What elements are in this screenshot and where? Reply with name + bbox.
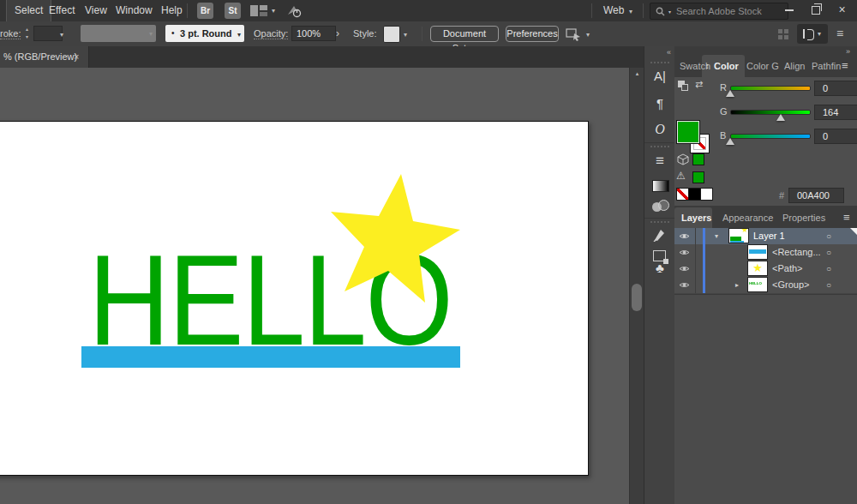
layer-name[interactable]: Layer 1 [753,228,785,244]
target-circle-icon[interactable]: ○ [826,261,831,277]
expand-chevron-icon[interactable]: ▸ [735,277,739,293]
controlbar-menu-icon[interactable]: ≡ [836,27,843,40]
transparency-panel-icon-2[interactable] [658,200,669,211]
layer-row-path[interactable]: ★ <Path> ○ [674,261,857,278]
hex-value-field[interactable]: 00A400 [788,188,844,203]
stock-search[interactable]: ▾ [650,3,788,20]
stroke-weight-stepper[interactable]: ▴▾ [23,27,31,40]
expand-dock-icon[interactable]: » [846,47,850,56]
tab-align[interactable]: Align [784,55,805,77]
stroke-label[interactable]: roke: [0,29,21,39]
gradient-panel-icon[interactable] [652,180,669,192]
vertical-scrollbar[interactable]: ▴ [629,68,644,504]
opacity-label[interactable]: Opacity: [254,29,288,39]
layer-thumbnail[interactable]: ★ [729,229,748,243]
object-thumbnail[interactable]: ★ [748,261,767,275]
restore-button[interactable] [802,0,829,20]
variable-width-profile-dropdown[interactable]: ▾ [81,25,156,42]
arrange-documents-icon[interactable] [250,5,267,16]
visibility-eye-icon[interactable] [679,265,690,273]
panel-dock-button[interactable]: ▾ [797,24,828,44]
tab-properties[interactable]: Properties [782,207,825,228]
stroke-weight-field[interactable] [33,26,63,41]
object-name[interactable]: <Rectang... [772,244,821,261]
visibility-eye-icon[interactable] [679,249,690,256]
target-circle-icon[interactable]: ○ [826,277,831,293]
mini-stroke-icon[interactable] [681,84,688,91]
gpu-performance-icon[interactable] [286,3,302,18]
black-swatch[interactable] [689,189,700,200]
visibility-eye-icon[interactable] [679,232,690,240]
opentype-panel-icon[interactable]: O [644,122,675,137]
star-shape[interactable] [331,174,460,303]
close-button[interactable]: × [829,0,855,20]
document-tab-close-icon[interactable]: × [74,46,79,68]
tab-appearance[interactable]: Appearance [722,207,773,228]
expand-chevron-icon[interactable]: ▾ [715,228,718,244]
b-value-field[interactable]: 0 [814,129,857,144]
symbols-panel-icon[interactable]: ♣ [644,261,675,275]
menu-help[interactable]: Help [153,0,190,21]
blue-rectangle-object[interactable] [81,346,460,368]
workspace-switcher[interactable]: Web [603,0,624,21]
white-swatch[interactable] [701,189,712,200]
select-similar-icon[interactable] [566,27,583,41]
target-circle-icon[interactable]: ○ [826,244,831,261]
style-swatch[interactable] [383,26,400,43]
layer-row-rectangle[interactable]: <Rectang... ○ [674,244,857,261]
color-panel-menu-icon[interactable]: ≡ [842,59,848,72]
chevron-down-icon[interactable]: ▾ [586,31,590,39]
tab-color-guide[interactable]: Color G [746,55,779,77]
panel-collapse-icon[interactable]: ↕ [705,55,710,77]
character-panel-icon[interactable]: A| [644,69,675,83]
object-thumbnail[interactable] [748,245,767,259]
b-slider[interactable] [730,134,811,139]
grip-handle[interactable] [650,62,669,63]
g-slider-thumb[interactable] [776,114,785,121]
none-swatch[interactable] [677,189,688,200]
swap-fill-stroke-icon[interactable]: ⇄ [695,79,703,90]
r-slider-thumb[interactable] [726,90,734,97]
menu-window[interactable]: Window [108,0,160,21]
style-label[interactable]: Style: [353,29,377,39]
web-safe-color-swatch[interactable] [693,154,704,165]
chevron-down-icon[interactable]: ▾ [60,31,63,39]
minimize-button[interactable] [776,0,802,20]
document-setup-button[interactable]: Document Setup [430,26,499,42]
b-slider-thumb[interactable] [726,138,734,145]
tab-color[interactable]: Color [714,55,739,77]
visibility-eye-icon[interactable] [679,281,690,289]
stroke-panel-icon[interactable]: ≡ [644,153,675,170]
bridge-button[interactable]: Br [197,3,213,19]
layer-row-layer1[interactable]: ▾ ★ Layer 1 ○ [674,228,857,245]
object-name[interactable]: <Path> [772,261,802,277]
collapse-dock-icon[interactable]: « [667,48,671,57]
stock-button[interactable]: St [225,3,241,19]
fill-swatch[interactable] [678,122,698,142]
tab-pathfinder[interactable]: Pathfin [812,55,841,77]
chevron-down-icon[interactable]: ▾ [272,7,275,15]
g-value-field[interactable]: 164 [814,105,857,120]
document-tab[interactable]: % (RGB/Preview) × [0,46,89,68]
chevron-down-icon[interactable]: ▾ [629,8,632,15]
gamut-color-swatch[interactable] [693,172,704,183]
r-value-field[interactable]: 0 [814,81,857,96]
yellow-star-object[interactable] [326,166,467,308]
object-thumbnail[interactable]: HELLO [748,278,767,291]
chevron-down-icon[interactable]: ▾ [404,31,407,39]
object-name[interactable]: <Group> [772,277,809,293]
tab-layers[interactable]: Layers [681,207,711,228]
scroll-up-icon[interactable]: ▴ [630,70,644,77]
brush-definition-dropdown[interactable]: • 3 pt. Round ▾ [165,25,244,42]
paragraph-panel-icon[interactable]: ¶ [644,96,675,111]
brushes-panel-icon[interactable] [653,228,667,242]
preferences-button[interactable]: Preferences [506,26,559,42]
grip-handle[interactable] [650,221,669,223]
opacity-expand-button[interactable]: › [336,27,339,39]
g-slider[interactable] [730,110,811,115]
opacity-field[interactable]: 100% [291,26,336,41]
target-circle-icon[interactable]: ○ [826,228,831,244]
grip-handle[interactable] [650,146,669,147]
gamut-warning-icon[interactable]: ⚠ [676,170,686,182]
layers-panel-menu-icon[interactable]: ≡ [843,211,850,224]
